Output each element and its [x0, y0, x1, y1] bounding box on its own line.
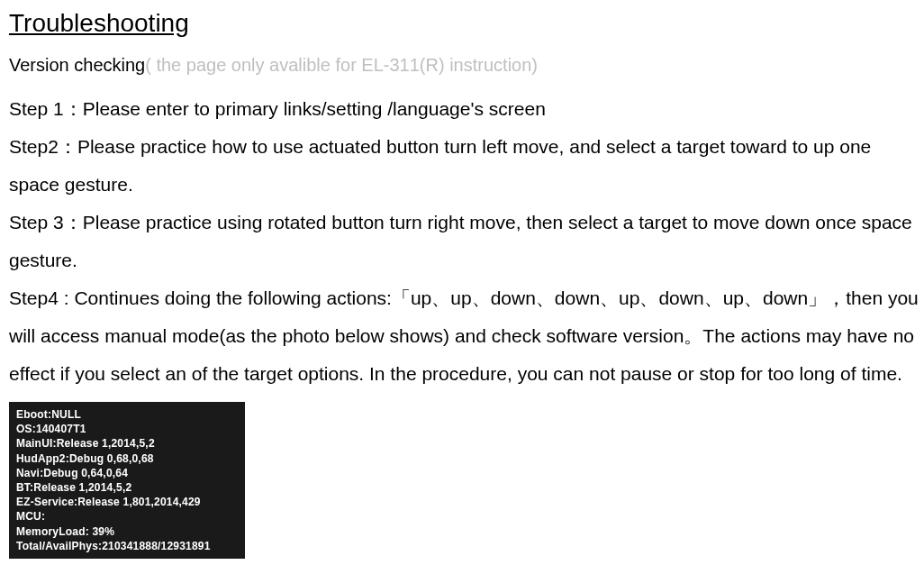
step-1: Step 1：Please enter to primary links/set… — [9, 90, 924, 128]
step-3: Step 3：Please practice using rotated but… — [9, 204, 924, 279]
screenshot-line: Navi:Debug 0,64,0,64 — [16, 466, 238, 480]
screenshot-line: EZ-Service:Release 1,801,2014,429 — [16, 495, 238, 509]
version-checking-line: Version checking( the page only avalible… — [9, 55, 924, 76]
version-label: Version checking — [9, 55, 145, 75]
page-title: Troubleshooting — [9, 9, 189, 39]
instruction-body: Step 1：Please enter to primary links/set… — [9, 90, 924, 393]
step-2: Step2：Please practice how to use actuate… — [9, 128, 924, 204]
screenshot-line: MemoryLoad: 39% — [16, 524, 238, 539]
manual-mode-screenshot: Eboot:NULL OS:140407T1 MainUI:Release 1,… — [9, 402, 245, 559]
screenshot-line: HudApp2:Debug 0,68,0,68 — [16, 451, 238, 466]
version-note: ( the page only avalible for EL-311(R) i… — [145, 55, 538, 75]
screenshot-line: BT:Release 1,2014,5,2 — [16, 480, 238, 495]
screenshot-line: Eboot:NULL — [16, 407, 238, 422]
screenshot-line: Total/AvailPhys:210341888/12931891 — [16, 539, 238, 553]
screenshot-line: OS:140407T1 — [16, 422, 238, 436]
step-4: Step4 : Continues doing the following ac… — [9, 279, 924, 393]
screenshot-line: MainUI:Release 1,2014,5,2 — [16, 436, 238, 451]
screenshot-line: MCU: — [16, 509, 238, 524]
